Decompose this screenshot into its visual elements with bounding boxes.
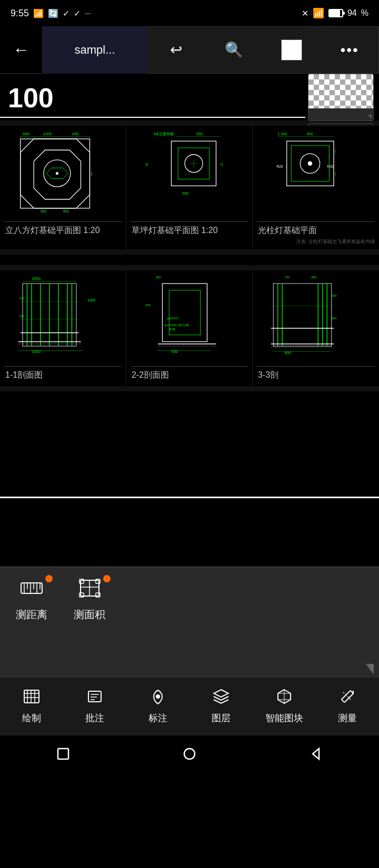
nav-measure-label: 测量 bbox=[338, 712, 357, 724]
drawing-cell-section1[interactable]: 1600 1800 bbox=[0, 270, 126, 386]
status-bar: 9:55 📶 🔄 ✓ ✓ ··· ✕ 📶 94% bbox=[0, 0, 379, 26]
svg-text:600: 600 bbox=[307, 132, 313, 136]
nav-smart-block[interactable]: 智能图块 bbox=[253, 678, 316, 735]
drawings-section-1: 600 1200 200 bbox=[0, 120, 379, 255]
measure-area-tool[interactable]: 测面积 bbox=[74, 578, 105, 622]
measure-distance-tool[interactable]: 测距离 bbox=[16, 578, 47, 622]
drawing-cell-section3[interactable]: 700 800 bbox=[253, 270, 379, 386]
undo-button[interactable]: ↩ bbox=[161, 34, 192, 66]
nav-measure[interactable]: 测量 bbox=[316, 678, 379, 735]
drawing-cell-column-lamp[interactable]: 1-100 600 R20 R20 | bbox=[253, 126, 379, 249]
svg-text:200: 200 bbox=[332, 295, 337, 298]
svg-text:400: 400 bbox=[145, 304, 151, 307]
measure-icon bbox=[339, 688, 356, 709]
nav-annotate-label: 批注 bbox=[85, 712, 104, 724]
svg-octagon: 600 1200 200 bbox=[4, 130, 122, 219]
svg-text:500: 500 bbox=[63, 209, 69, 213]
more-status-icon: ··· bbox=[85, 9, 91, 17]
drawings-row-1: 600 1200 200 bbox=[0, 126, 379, 249]
label-section3: 3-3剖 bbox=[257, 366, 375, 382]
svg-point-123 bbox=[184, 749, 195, 759]
nav-annotate[interactable]: 批注 bbox=[63, 678, 126, 735]
color-selector-button[interactable] bbox=[276, 34, 307, 66]
svg-marker-124 bbox=[313, 749, 319, 759]
svg-text:R20: R20 bbox=[327, 165, 334, 168]
svg-text:φ20PVC: φ20PVC bbox=[167, 317, 179, 320]
wifi-icon: 📶 bbox=[313, 7, 324, 19]
svg-text:350: 350 bbox=[196, 132, 203, 136]
svg-text:800: 800 bbox=[311, 276, 317, 279]
distance-ruler-svg bbox=[20, 578, 44, 599]
layers-icon bbox=[213, 688, 230, 709]
smart-block-icon-svg bbox=[276, 688, 293, 705]
bottom-popup-panel: 测距离 测面积 bbox=[0, 567, 379, 661]
canvas-octagon: 600 1200 200 bbox=[4, 130, 122, 219]
mark-icon bbox=[149, 688, 166, 709]
check-icon2: ✓ bbox=[74, 8, 81, 18]
svg-text:2000: 2000 bbox=[32, 349, 41, 354]
nav-layers[interactable]: 图层 bbox=[190, 678, 253, 735]
android-back-button[interactable] bbox=[300, 738, 332, 770]
drawing-cell-section2[interactable]: 400 400 φ20PVC φ102200.3共七根 管道 500 bbox=[126, 270, 253, 386]
svg-rect-122 bbox=[58, 749, 68, 759]
android-recents-icon bbox=[55, 745, 72, 762]
svg-text:1200: 1200 bbox=[43, 132, 52, 136]
measure-distance-icon bbox=[20, 578, 44, 603]
layers-icon-svg bbox=[213, 688, 230, 705]
label-octagon: 立八方灯基础平面图 1:20 bbox=[4, 221, 122, 237]
svg-text:100: 100 bbox=[19, 297, 25, 300]
drawing-cell-grass-lamp[interactable]: 4倍总重荷载 350 l2 l1 bbox=[126, 126, 253, 249]
android-back-icon bbox=[307, 745, 324, 762]
back-button[interactable]: ← bbox=[0, 26, 42, 74]
drawings-section-2: 1600 1800 bbox=[0, 265, 379, 391]
nav-layers-label: 图层 bbox=[212, 712, 231, 724]
svg-text:R20: R20 bbox=[276, 165, 283, 168]
measure-area-label: 测面积 bbox=[74, 608, 105, 622]
nav-draw[interactable]: 绘制 bbox=[0, 678, 63, 735]
measure-area-icon bbox=[78, 578, 102, 603]
svg-section2: 400 400 φ20PVC φ102200.3共七根 管道 500 bbox=[131, 275, 248, 364]
svg-text:|: | bbox=[335, 149, 336, 154]
thumbnail-1[interactable] bbox=[308, 74, 374, 121]
svg-text:500: 500 bbox=[41, 209, 47, 213]
sync-icon: 🔄 bbox=[48, 8, 58, 18]
svg-rect-107 bbox=[88, 691, 101, 702]
svg-line-117 bbox=[343, 692, 344, 693]
nav-actions: ↩ 🔍 ••• bbox=[147, 26, 379, 74]
extra-drawing-area bbox=[0, 498, 379, 567]
svg-marker-10 bbox=[21, 139, 90, 208]
thumb-checkerboard-1 bbox=[308, 74, 373, 108]
android-nav bbox=[0, 735, 379, 772]
more-icon: ••• bbox=[340, 42, 358, 58]
svg-marker-11 bbox=[34, 150, 81, 199]
drawings-row-2: 1600 1800 bbox=[0, 270, 379, 386]
svg-point-111 bbox=[156, 694, 160, 699]
canvas-section1: 1600 1800 bbox=[4, 275, 122, 364]
svg-section1: 1600 1800 bbox=[4, 275, 122, 364]
annotate-icon-svg bbox=[86, 688, 103, 705]
area-ruler-svg bbox=[78, 578, 102, 599]
color-box bbox=[281, 39, 302, 60]
thumb-arrow-1 bbox=[367, 115, 372, 119]
svg-text:500: 500 bbox=[183, 191, 189, 195]
draw-icon-svg bbox=[23, 688, 40, 705]
drawing-area[interactable]: 100 bbox=[0, 74, 379, 497]
svg-text:500: 500 bbox=[171, 349, 178, 354]
nav-mark[interactable]: 标注 bbox=[126, 678, 190, 735]
svg-point-13 bbox=[56, 172, 58, 175]
svg-text:|: | bbox=[335, 171, 336, 176]
more-options-button[interactable]: ••• bbox=[334, 34, 365, 66]
android-recents-button[interactable] bbox=[47, 738, 79, 770]
svg-text:600: 600 bbox=[23, 132, 29, 136]
search-button[interactable]: 🔍 bbox=[218, 34, 250, 66]
measure-distance-label: 测距离 bbox=[16, 608, 47, 622]
canvas-grass-lamp: 4倍总重荷载 350 l2 l1 bbox=[131, 130, 248, 219]
bottom-nav: 绘制 批注 标注 bbox=[0, 677, 379, 735]
android-home-button[interactable] bbox=[174, 738, 205, 770]
nav-draw-label: 绘制 bbox=[22, 712, 41, 724]
file-title-tab[interactable]: sampl... bbox=[42, 26, 147, 74]
bottom-handle[interactable] bbox=[0, 661, 379, 677]
drawing-cell-octagon[interactable]: 600 1200 200 bbox=[0, 126, 126, 249]
svg-text:管道: 管道 bbox=[169, 328, 175, 331]
file-name-label: sampl... bbox=[74, 43, 115, 57]
